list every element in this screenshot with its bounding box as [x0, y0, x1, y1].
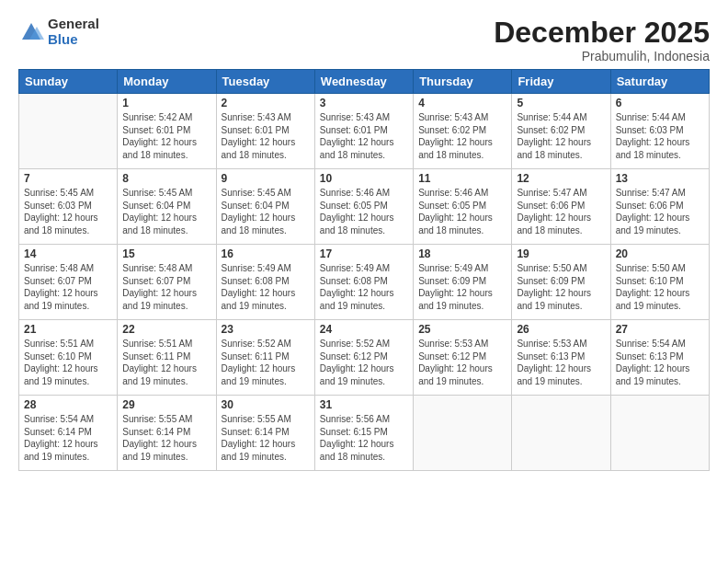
page: General Blue December 2025 Prabumulih, I…	[0, 0, 728, 563]
col-thursday: Thursday	[414, 70, 512, 94]
day-number: 26	[517, 323, 605, 336]
table-row: 31 Sunrise: 5:56 AMSunset: 6:15 PMDaylig…	[314, 396, 413, 471]
table-row: 27 Sunrise: 5:54 AMSunset: 6:13 PMDaylig…	[610, 320, 709, 396]
day-number: 14	[24, 247, 112, 260]
day-number: 27	[616, 323, 704, 336]
table-row: 1 Sunrise: 5:42 AMSunset: 6:01 PMDayligh…	[118, 94, 216, 169]
day-number: 29	[122, 398, 210, 411]
day-info: Sunrise: 5:43 AMSunset: 6:02 PMDaylight:…	[418, 112, 493, 160]
table-row: 26 Sunrise: 5:53 AMSunset: 6:13 PMDaylig…	[512, 320, 610, 396]
calendar-week-row: 28 Sunrise: 5:54 AMSunset: 6:14 PMDaylig…	[19, 396, 710, 471]
table-row: 22 Sunrise: 5:51 AMSunset: 6:11 PMDaylig…	[118, 320, 216, 396]
calendar-week-row: 1 Sunrise: 5:42 AMSunset: 6:01 PMDayligh…	[19, 94, 710, 169]
day-number: 12	[517, 172, 605, 185]
day-info: Sunrise: 5:45 AMSunset: 6:04 PMDaylight:…	[222, 188, 296, 236]
day-number: 15	[122, 247, 210, 260]
day-info: Sunrise: 5:53 AMSunset: 6:13 PMDaylight:…	[517, 339, 591, 386]
day-number: 1	[122, 97, 210, 109]
day-number: 10	[320, 172, 408, 185]
col-wednesday: Wednesday	[314, 70, 413, 94]
table-row: 11 Sunrise: 5:46 AMSunset: 6:05 PMDaylig…	[414, 169, 512, 245]
table-row: 20 Sunrise: 5:50 AMSunset: 6:10 PMDaylig…	[610, 245, 709, 320]
table-row: 29 Sunrise: 5:55 AMSunset: 6:14 PMDaylig…	[118, 396, 216, 471]
table-row: 28 Sunrise: 5:54 AMSunset: 6:14 PMDaylig…	[19, 396, 118, 471]
logo: General Blue	[18, 17, 99, 47]
day-info: Sunrise: 5:56 AMSunset: 6:15 PMDaylight:…	[320, 414, 394, 462]
day-number: 23	[222, 323, 310, 336]
day-info: Sunrise: 5:45 AMSunset: 6:04 PMDaylight:…	[122, 188, 197, 236]
day-info: Sunrise: 5:52 AMSunset: 6:11 PMDaylight:…	[222, 339, 296, 386]
day-number: 18	[418, 247, 506, 260]
day-info: Sunrise: 5:49 AMSunset: 6:08 PMDaylight:…	[222, 263, 296, 311]
day-info: Sunrise: 5:48 AMSunset: 6:07 PMDaylight:…	[122, 263, 197, 311]
table-row: 17 Sunrise: 5:49 AMSunset: 6:08 PMDaylig…	[314, 245, 413, 320]
table-row: 12 Sunrise: 5:47 AMSunset: 6:06 PMDaylig…	[512, 169, 610, 245]
day-info: Sunrise: 5:50 AMSunset: 6:10 PMDaylight:…	[616, 263, 690, 311]
table-row: 8 Sunrise: 5:45 AMSunset: 6:04 PMDayligh…	[118, 169, 216, 245]
day-number: 19	[517, 247, 605, 260]
day-number: 20	[616, 247, 704, 260]
table-row: 9 Sunrise: 5:45 AMSunset: 6:04 PMDayligh…	[216, 169, 314, 245]
col-sunday: Sunday	[19, 70, 118, 94]
day-number: 4	[418, 97, 506, 109]
day-number: 21	[24, 323, 112, 336]
table-row: 24 Sunrise: 5:52 AMSunset: 6:12 PMDaylig…	[314, 320, 413, 396]
day-number: 13	[616, 172, 704, 185]
table-row: 15 Sunrise: 5:48 AMSunset: 6:07 PMDaylig…	[118, 245, 216, 320]
table-row	[19, 94, 118, 169]
table-row: 4 Sunrise: 5:43 AMSunset: 6:02 PMDayligh…	[414, 94, 512, 169]
day-info: Sunrise: 5:43 AMSunset: 6:01 PMDaylight:…	[320, 112, 394, 160]
day-info: Sunrise: 5:48 AMSunset: 6:07 PMDaylight:…	[24, 263, 98, 311]
calendar-table: Sunday Monday Tuesday Wednesday Thursday…	[18, 69, 710, 471]
table-row	[512, 396, 610, 471]
day-info: Sunrise: 5:52 AMSunset: 6:12 PMDaylight:…	[320, 339, 394, 386]
table-row: 5 Sunrise: 5:44 AMSunset: 6:02 PMDayligh…	[512, 94, 610, 169]
table-row: 18 Sunrise: 5:49 AMSunset: 6:09 PMDaylig…	[414, 245, 512, 320]
table-row: 19 Sunrise: 5:50 AMSunset: 6:09 PMDaylig…	[512, 245, 610, 320]
table-row: 2 Sunrise: 5:43 AMSunset: 6:01 PMDayligh…	[216, 94, 314, 169]
day-number: 24	[320, 323, 408, 336]
day-info: Sunrise: 5:44 AMSunset: 6:02 PMDaylight:…	[517, 112, 591, 160]
table-row	[610, 396, 709, 471]
logo-blue: Blue	[48, 32, 99, 48]
day-info: Sunrise: 5:47 AMSunset: 6:06 PMDaylight:…	[616, 188, 690, 236]
day-number: 16	[222, 247, 310, 260]
day-number: 17	[320, 247, 408, 260]
day-info: Sunrise: 5:51 AMSunset: 6:11 PMDaylight:…	[122, 339, 197, 386]
day-number: 2	[222, 97, 310, 109]
calendar-week-row: 14 Sunrise: 5:48 AMSunset: 6:07 PMDaylig…	[19, 245, 710, 320]
day-info: Sunrise: 5:55 AMSunset: 6:14 PMDaylight:…	[122, 414, 197, 462]
day-number: 5	[517, 97, 605, 109]
logo-general: General	[48, 17, 99, 32]
calendar-header-row: Sunday Monday Tuesday Wednesday Thursday…	[19, 70, 710, 94]
day-number: 11	[418, 172, 506, 185]
day-info: Sunrise: 5:51 AMSunset: 6:10 PMDaylight:…	[24, 339, 98, 386]
table-row: 6 Sunrise: 5:44 AMSunset: 6:03 PMDayligh…	[610, 94, 709, 169]
day-info: Sunrise: 5:42 AMSunset: 6:01 PMDaylight:…	[122, 112, 197, 160]
day-info: Sunrise: 5:45 AMSunset: 6:03 PMDaylight:…	[24, 188, 98, 236]
table-row: 23 Sunrise: 5:52 AMSunset: 6:11 PMDaylig…	[216, 320, 314, 396]
table-row: 10 Sunrise: 5:46 AMSunset: 6:05 PMDaylig…	[314, 169, 413, 245]
day-number: 7	[24, 172, 112, 185]
table-row: 21 Sunrise: 5:51 AMSunset: 6:10 PMDaylig…	[19, 320, 118, 396]
page-subtitle: Prabumulih, Indonesia	[18, 49, 710, 63]
day-info: Sunrise: 5:47 AMSunset: 6:06 PMDaylight:…	[517, 188, 591, 236]
col-saturday: Saturday	[610, 70, 709, 94]
day-info: Sunrise: 5:46 AMSunset: 6:05 PMDaylight:…	[418, 188, 493, 236]
day-number: 22	[122, 323, 210, 336]
col-friday: Friday	[512, 70, 610, 94]
day-info: Sunrise: 5:44 AMSunset: 6:03 PMDaylight:…	[616, 112, 690, 160]
table-row: 16 Sunrise: 5:49 AMSunset: 6:08 PMDaylig…	[216, 245, 314, 320]
table-row: 14 Sunrise: 5:48 AMSunset: 6:07 PMDaylig…	[19, 245, 118, 320]
day-number: 30	[222, 398, 310, 411]
page-title: December 2025	[18, 17, 710, 49]
day-number: 28	[24, 398, 112, 411]
table-row: 25 Sunrise: 5:53 AMSunset: 6:12 PMDaylig…	[414, 320, 512, 396]
day-number: 8	[122, 172, 210, 185]
table-row: 3 Sunrise: 5:43 AMSunset: 6:01 PMDayligh…	[314, 94, 413, 169]
day-info: Sunrise: 5:43 AMSunset: 6:01 PMDaylight:…	[222, 112, 296, 160]
day-info: Sunrise: 5:55 AMSunset: 6:14 PMDaylight:…	[222, 414, 296, 462]
day-info: Sunrise: 5:54 AMSunset: 6:13 PMDaylight:…	[616, 339, 690, 386]
day-number: 31	[320, 398, 408, 411]
table-row	[414, 396, 512, 471]
